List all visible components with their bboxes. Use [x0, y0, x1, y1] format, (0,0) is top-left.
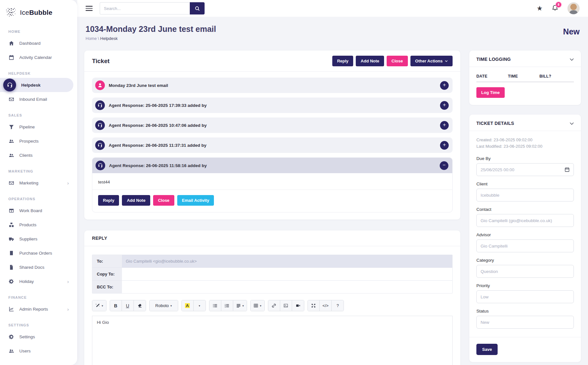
- sidebar-item-holiday[interactable]: Holiday ›: [0, 274, 77, 288]
- priority-input[interactable]: [481, 295, 570, 299]
- brand-name: IceBubble: [20, 9, 52, 16]
- expand-row-button[interactable]: +: [440, 141, 449, 150]
- ticket-row-title: Agent Response: 26-06-2025 11:37:31 adde…: [109, 143, 207, 148]
- collapse-row-button[interactable]: −: [440, 161, 448, 170]
- menu-toggle-icon[interactable]: [86, 6, 93, 11]
- reply-button[interactable]: Reply: [332, 56, 353, 66]
- breadcrumb-current: Helpdesk: [100, 36, 118, 41]
- ticket-row[interactable]: Agent Response: 26-06-2025 10:47:06 adde…: [92, 117, 453, 133]
- clear-format-button[interactable]: [134, 300, 146, 311]
- search-button[interactable]: [190, 2, 205, 14]
- sidebar-item-dashboard[interactable]: Dashboard: [0, 36, 77, 50]
- sidebar-item-pipeline[interactable]: Pipeline: [0, 120, 77, 134]
- search-input[interactable]: [100, 2, 190, 14]
- font-name-label: Roboto: [155, 303, 169, 308]
- ticket-row[interactable]: Agent Response: 26-06-2025 11:37:31 adde…: [92, 137, 453, 153]
- add-note-button[interactable]: Add Note: [356, 56, 384, 66]
- insert-picture-button[interactable]: [280, 300, 292, 311]
- sidebar-item-purchase-orders[interactable]: Purchase Orders: [0, 246, 77, 260]
- sidebar-item-label: Dashboard: [19, 41, 41, 46]
- sidebar-item-products[interactable]: Products: [0, 218, 77, 232]
- log-time-button[interactable]: Log Time: [476, 87, 505, 98]
- fullscreen-button[interactable]: [308, 300, 320, 311]
- topbar: ★ 8: [77, 0, 588, 17]
- close-button[interactable]: Close: [153, 195, 174, 206]
- ticket-row[interactable]: Agent Response: 25-06-2025 17:39:33 adde…: [92, 98, 453, 113]
- sidebar-item-work-board[interactable]: Work Board: [0, 203, 77, 218]
- bcc-to-input[interactable]: [126, 281, 452, 293]
- sidebar-item-helpdesk[interactable]: Helpdesk: [0, 78, 73, 92]
- advisor-input[interactable]: [481, 244, 570, 248]
- add-note-button[interactable]: Add Note: [122, 195, 150, 206]
- ordered-list-button[interactable]: [221, 300, 233, 311]
- boxes-icon: [8, 222, 14, 228]
- other-actions-dropdown[interactable]: Other Actions: [410, 56, 453, 66]
- favorites-star-icon[interactable]: ★: [537, 5, 543, 12]
- category-input[interactable]: [481, 269, 570, 274]
- editor-toolbar: ▾ B U: [92, 300, 453, 311]
- sidebar-item-activity-calendar[interactable]: Activity Calendar: [0, 50, 77, 64]
- font-family-dropdown[interactable]: Roboto ▾: [150, 300, 178, 311]
- expand-row-button[interactable]: +: [440, 121, 449, 130]
- headset-icon: [3, 79, 16, 91]
- notifications-bell-icon[interactable]: 8: [552, 5, 558, 13]
- expand-row-button[interactable]: +: [440, 101, 449, 110]
- gear-icon: [8, 334, 14, 340]
- status-input[interactable]: [481, 320, 570, 325]
- sidebar-item-users[interactable]: Users: [0, 344, 77, 358]
- insert-video-button[interactable]: [292, 300, 304, 311]
- save-button[interactable]: Save: [476, 344, 498, 355]
- font-color-button[interactable]: A: [182, 300, 194, 311]
- sidebar-item-prospects[interactable]: Prospects: [0, 134, 77, 148]
- due-by-input[interactable]: [481, 167, 565, 172]
- collapse-chevron-icon[interactable]: [570, 120, 574, 126]
- ticket-row[interactable]: Agent Response: 26-06-2025 11:58:16 adde…: [92, 158, 452, 173]
- email-activity-button[interactable]: Email Activity: [177, 195, 214, 206]
- calendar-icon[interactable]: [565, 167, 570, 172]
- sidebar-item-settings[interactable]: Settings: [0, 330, 77, 344]
- underline-button[interactable]: U: [122, 300, 134, 311]
- insert-link-button[interactable]: [268, 300, 280, 311]
- magic-wand-icon: [95, 303, 100, 308]
- style-magic-button[interactable]: ▾: [92, 300, 106, 311]
- close-button[interactable]: Close: [387, 56, 408, 66]
- expand-row-button[interactable]: +: [440, 81, 449, 90]
- paragraph-align-dropdown[interactable]: ▾: [233, 300, 247, 311]
- contact-input[interactable]: [481, 218, 570, 223]
- client-input[interactable]: [481, 193, 570, 198]
- ticket-row-body: test44: [92, 173, 452, 190]
- recipients-block: To: Gio Campitelli <gio@icebubble.co.uk>…: [92, 255, 453, 294]
- sidebar-section-home: HOME: [0, 23, 77, 36]
- sidebar-item-label: Prospects: [19, 139, 39, 144]
- font-color-dropdown[interactable]: ▾: [194, 300, 206, 311]
- user-avatar[interactable]: [567, 2, 580, 14]
- ticket-details-panel: TICKET DETAILS Created: 23-06-2025 09:02…: [469, 115, 581, 362]
- sidebar-item-inbound-email[interactable]: Inbound Email: [0, 92, 77, 106]
- sidebar-item-label: Users: [19, 349, 31, 353]
- search-icon: [195, 6, 200, 11]
- collapse-chevron-icon[interactable]: [570, 56, 574, 62]
- sidebar-item-label: Purchase Orders: [19, 251, 52, 256]
- help-button[interactable]: ?: [332, 300, 344, 311]
- sidebar-item-admin-reports[interactable]: Admin Reports ›: [0, 302, 77, 316]
- time-logging-title: TIME LOGGING: [476, 57, 511, 62]
- to-value[interactable]: Gio Campitelli <gio@icebubble.co.uk>: [122, 255, 452, 267]
- bold-button[interactable]: B: [110, 300, 122, 311]
- icebubble-logo-icon: [5, 6, 18, 19]
- reply-button[interactable]: Reply: [98, 195, 119, 206]
- page-title: 1034-Monday 23rd June test email: [86, 24, 581, 34]
- sidebar-item-suppliers[interactable]: Suppliers: [0, 232, 77, 246]
- code-view-button[interactable]: </>: [320, 300, 332, 311]
- breadcrumb-home[interactable]: Home: [86, 36, 97, 41]
- unordered-list-button[interactable]: [209, 300, 221, 311]
- bcc-to-label: BCC To:: [92, 281, 122, 293]
- sidebar-item-marketing[interactable]: Marketing ›: [0, 176, 77, 190]
- reply-editor-body[interactable]: Hi Gio: [92, 316, 453, 365]
- ticket-row[interactable]: Monday 23rd June test email +: [92, 78, 453, 93]
- insert-table-dropdown[interactable]: ▾: [251, 300, 264, 311]
- copy-to-input[interactable]: [126, 268, 452, 280]
- brand-logo[interactable]: IceBubble: [0, 0, 77, 23]
- time-logging-panel: TIME LOGGING DATE TIME BILL? Log Time: [469, 51, 581, 105]
- sidebar-item-shared-docs[interactable]: Shared Docs: [0, 260, 77, 274]
- sidebar-item-clients[interactable]: Clients: [0, 148, 77, 162]
